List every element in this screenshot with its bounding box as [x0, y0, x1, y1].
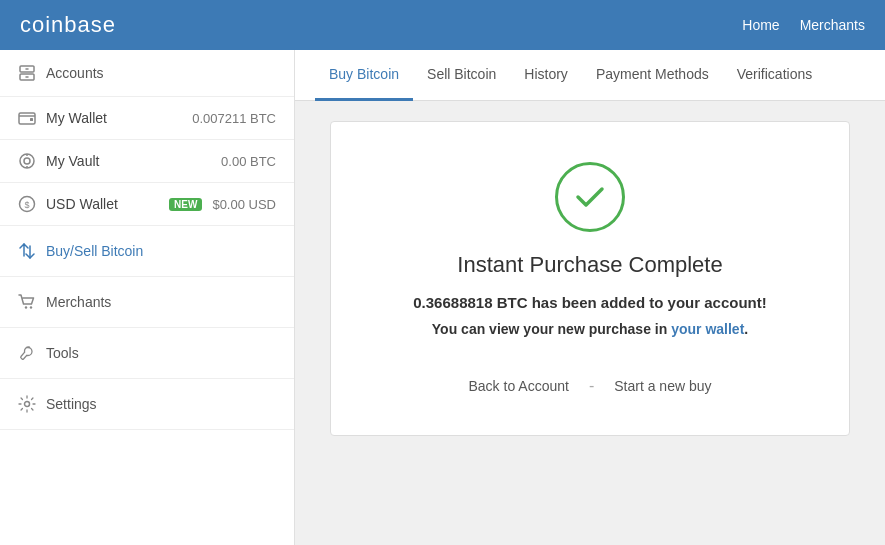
cabinet-icon — [18, 64, 36, 82]
merchants-label: Merchants — [46, 294, 111, 310]
tools-label: Tools — [46, 345, 79, 361]
tab-sell-bitcoin[interactable]: Sell Bitcoin — [413, 50, 510, 101]
settings-icon — [18, 395, 36, 413]
success-period: . — [744, 321, 748, 337]
tools-icon — [18, 344, 36, 362]
tab-buy-bitcoin[interactable]: Buy Bitcoin — [315, 50, 413, 101]
success-title: Instant Purchase Complete — [457, 252, 722, 278]
svg-point-16 — [25, 402, 30, 407]
wallet-icon — [18, 109, 36, 127]
usd-icon: $ — [18, 195, 36, 213]
tab-history[interactable]: History — [510, 50, 582, 101]
success-card: Instant Purchase Complete 0.36688818 BTC… — [330, 121, 850, 436]
your-wallet-link[interactable]: your wallet — [671, 321, 744, 337]
vault-icon — [18, 152, 36, 170]
content-area: Instant Purchase Complete 0.36688818 BTC… — [295, 101, 885, 456]
nav-merchants-link[interactable]: Merchants — [800, 17, 865, 33]
main-content: Buy Bitcoin Sell Bitcoin History Payment… — [295, 50, 885, 545]
success-amount: 0.36688818 BTC has been added to your ac… — [413, 294, 766, 311]
sidebar-wallet-item[interactable]: My Wallet 0.007211 BTC — [0, 97, 294, 140]
success-desc-text: You can view your new purchase in — [432, 321, 671, 337]
tab-payment-methods[interactable]: Payment Methods — [582, 50, 723, 101]
logo: coinbase — [20, 12, 116, 38]
top-nav-links: Home Merchants — [742, 17, 865, 33]
svg-text:$: $ — [24, 200, 29, 210]
wallet-label: My Wallet — [46, 110, 182, 126]
start-new-buy-link[interactable]: Start a new buy — [614, 378, 711, 394]
sidebar-settings-item[interactable]: Settings — [0, 379, 294, 430]
sidebar-merchants-item[interactable]: Merchants — [0, 277, 294, 328]
usd-wallet-badge: NEW — [169, 198, 202, 211]
svg-point-7 — [24, 158, 30, 164]
success-description: You can view your new purchase in your w… — [432, 321, 748, 337]
sidebar-tools-item[interactable]: Tools — [0, 328, 294, 379]
sidebar-buysell-item[interactable]: Buy/Sell Bitcoin — [0, 226, 294, 277]
nav-home-link[interactable]: Home — [742, 17, 779, 33]
accounts-label: Accounts — [46, 65, 104, 81]
svg-point-6 — [20, 154, 34, 168]
back-to-account-link[interactable]: Back to Account — [468, 378, 568, 394]
svg-rect-5 — [30, 118, 33, 121]
vault-label: My Vault — [46, 153, 211, 169]
success-icon-circle — [555, 162, 625, 232]
top-nav: coinbase Home Merchants — [0, 0, 885, 50]
sidebar-usd-wallet-item[interactable]: $ USD Wallet NEW $0.00 USD — [0, 183, 294, 226]
tabs-bar: Buy Bitcoin Sell Bitcoin History Payment… — [295, 50, 885, 101]
tab-verifications[interactable]: Verifications — [723, 50, 826, 101]
exchange-icon — [18, 242, 36, 260]
svg-point-14 — [25, 306, 27, 308]
action-separator: - — [589, 377, 594, 395]
checkmark-icon — [570, 177, 610, 217]
sidebar-accounts-header: Accounts — [0, 50, 294, 97]
success-actions: Back to Account - Start a new buy — [468, 377, 711, 395]
svg-point-15 — [30, 306, 32, 308]
cart-icon — [18, 293, 36, 311]
buysell-label: Buy/Sell Bitcoin — [46, 243, 143, 259]
vault-value: 0.00 BTC — [221, 154, 276, 169]
settings-label: Settings — [46, 396, 97, 412]
usd-wallet-label: USD Wallet — [46, 196, 155, 212]
usd-wallet-value: $0.00 USD — [212, 197, 276, 212]
sidebar: Accounts My Wallet 0.007211 BTC My Vault… — [0, 50, 295, 545]
layout: Accounts My Wallet 0.007211 BTC My Vault… — [0, 50, 885, 545]
sidebar-vault-item[interactable]: My Vault 0.00 BTC — [0, 140, 294, 183]
wallet-value: 0.007211 BTC — [192, 111, 276, 126]
